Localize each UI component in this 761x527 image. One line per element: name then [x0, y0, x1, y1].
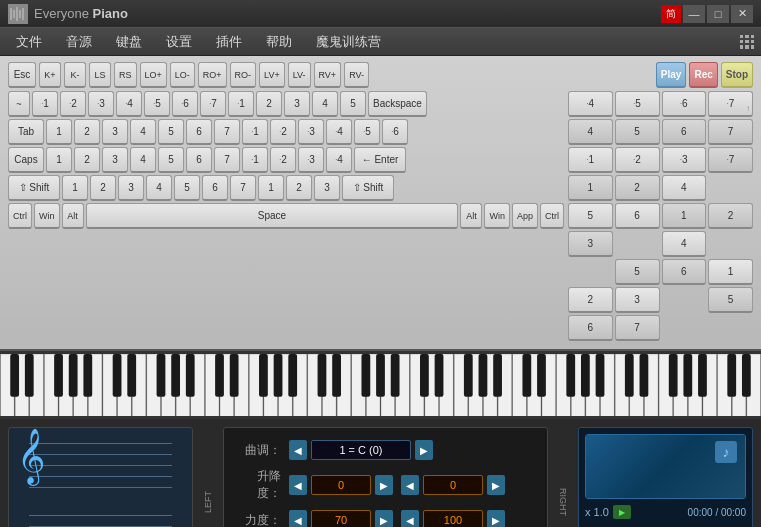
key-1e[interactable]: 1 [46, 147, 72, 173]
key-5g[interactable]: 5 [174, 175, 200, 201]
key-1f[interactable]: ·1 [242, 147, 268, 173]
pitch2-down-button[interactable]: ◀ [401, 475, 419, 495]
key-4g[interactable]: 4 [146, 175, 172, 201]
ctrl-left-key[interactable]: Ctrl [8, 203, 32, 229]
rk-6d[interactable]: 6 [662, 259, 707, 285]
menu-file[interactable]: 文件 [4, 29, 54, 55]
rec-button[interactable]: Rec [689, 62, 717, 88]
key-3b[interactable]: 3 [284, 91, 310, 117]
shift-left-key[interactable]: ⇧ Shift [8, 175, 60, 201]
stop-button[interactable]: Stop [721, 62, 753, 88]
rk-6c[interactable]: 6 [615, 203, 660, 229]
rk-4c[interactable]: 4 [662, 175, 707, 201]
play-button[interactable]: Play [656, 62, 687, 88]
ctrl-right-key[interactable]: Ctrl [540, 203, 564, 229]
rk-3c[interactable]: 3 [568, 231, 613, 257]
rk-5b[interactable]: 5 [615, 119, 660, 145]
menu-plugins[interactable]: 插件 [204, 29, 254, 55]
lv-plus-key[interactable]: LV+ [259, 62, 285, 88]
win-left-key[interactable]: Win [34, 203, 60, 229]
key-1a[interactable]: ·1 [32, 91, 58, 117]
key-7g[interactable]: 7 [230, 175, 256, 201]
key-6e[interactable]: 6 [186, 147, 212, 173]
rk-5e[interactable]: 5 [708, 287, 753, 313]
rk-7a[interactable]: ·7↑ [708, 91, 753, 117]
menu-keyboard[interactable]: 键盘 [104, 29, 154, 55]
key-1g[interactable]: 1 [62, 175, 88, 201]
menu-training[interactable]: 魔鬼训练营 [304, 29, 393, 55]
grid-icon[interactable] [737, 32, 757, 52]
key-3h[interactable]: 3 [314, 175, 340, 201]
caps-key[interactable]: Caps [8, 147, 44, 173]
rk-2d[interactable]: 2 [568, 287, 613, 313]
key-3e[interactable]: 3 [102, 147, 128, 173]
key-down-button[interactable]: ◀ [289, 440, 307, 460]
key-1b[interactable]: ·1 [228, 91, 254, 117]
win-right-key[interactable]: Win [484, 203, 510, 229]
lv-minus-key[interactable]: LV- [288, 62, 311, 88]
k-minus-key[interactable]: K- [64, 62, 86, 88]
key-2g[interactable]: 2 [90, 175, 116, 201]
lo-plus-key[interactable]: LO+ [140, 62, 167, 88]
pitch1-up-button[interactable]: ▶ [375, 475, 393, 495]
key-6a[interactable]: ·6 [172, 91, 198, 117]
key-7a[interactable]: ·7 [200, 91, 226, 117]
key-5c[interactable]: 5 [158, 119, 184, 145]
key-up-button[interactable]: ▶ [415, 440, 433, 460]
rk-6e[interactable]: 6 [568, 315, 613, 341]
key-3a[interactable]: ·3 [88, 91, 114, 117]
backspace-key[interactable]: Backspace [368, 91, 427, 117]
key-4a[interactable]: ·4 [116, 91, 142, 117]
rv-plus-key[interactable]: RV+ [314, 62, 342, 88]
key-3g[interactable]: 3 [118, 175, 144, 201]
strength2-down-button[interactable]: ◀ [401, 510, 419, 527]
strength1-up-button[interactable]: ▶ [375, 510, 393, 527]
shift-right-key[interactable]: ⇧ Shift [342, 175, 394, 201]
rk-1a[interactable]: ·1 [568, 147, 613, 173]
rk-3a[interactable]: ·3 [662, 147, 707, 173]
lang-button[interactable]: 简 [661, 5, 681, 23]
key-1c[interactable]: 1 [46, 119, 72, 145]
key-1d[interactable]: ·1 [242, 119, 268, 145]
key-3d[interactable]: ·3 [298, 119, 324, 145]
rk-7d[interactable]: 7 [615, 315, 660, 341]
k-plus-key[interactable]: K+ [39, 62, 61, 88]
key-5b[interactable]: 5 [340, 91, 366, 117]
esc-key[interactable]: Esc [8, 62, 36, 88]
close-button[interactable]: ✕ [731, 5, 753, 23]
music-note-icon[interactable]: ♪ [715, 441, 737, 463]
space-key[interactable]: Space [86, 203, 459, 229]
key-1h[interactable]: 1 [258, 175, 284, 201]
key-5d[interactable]: ·5 [354, 119, 380, 145]
key-2c[interactable]: 2 [74, 119, 100, 145]
key-5a[interactable]: ·5 [144, 91, 170, 117]
key-2f[interactable]: ·2 [270, 147, 296, 173]
ls-key[interactable]: LS [89, 62, 111, 88]
rk-4a[interactable]: ·4 [568, 91, 613, 117]
minimize-button[interactable]: — [683, 5, 705, 23]
menu-audio[interactable]: 音源 [54, 29, 104, 55]
key-3f[interactable]: ·3 [298, 147, 324, 173]
rk-7b[interactable]: 7 [708, 119, 753, 145]
pitch1-down-button[interactable]: ◀ [289, 475, 307, 495]
rk-4d[interactable]: 4 [662, 231, 707, 257]
tab-key[interactable]: Tab [8, 119, 44, 145]
rk-5c[interactable]: 5 [568, 203, 613, 229]
key-4d[interactable]: ·4 [326, 119, 352, 145]
enter-key[interactable]: ← Enter [354, 147, 406, 173]
rk-5d[interactable]: 5 [615, 259, 660, 285]
backtick-key[interactable]: ~ [8, 91, 30, 117]
lo-minus-key[interactable]: LO- [170, 62, 195, 88]
rk-4b[interactable]: 4 [568, 119, 613, 145]
rk-1d[interactable]: 1 [708, 259, 753, 285]
ro-plus-key[interactable]: RO+ [198, 62, 227, 88]
rk-1b[interactable]: 1 [568, 175, 613, 201]
key-2e[interactable]: 2 [74, 147, 100, 173]
key-4c[interactable]: 4 [130, 119, 156, 145]
key-3c[interactable]: 3 [102, 119, 128, 145]
rk-2b[interactable]: 2 [615, 175, 660, 201]
menu-settings[interactable]: 设置 [154, 29, 204, 55]
rk-5a[interactable]: ·5 [615, 91, 660, 117]
maximize-button[interactable]: □ [707, 5, 729, 23]
menu-help[interactable]: 帮助 [254, 29, 304, 55]
